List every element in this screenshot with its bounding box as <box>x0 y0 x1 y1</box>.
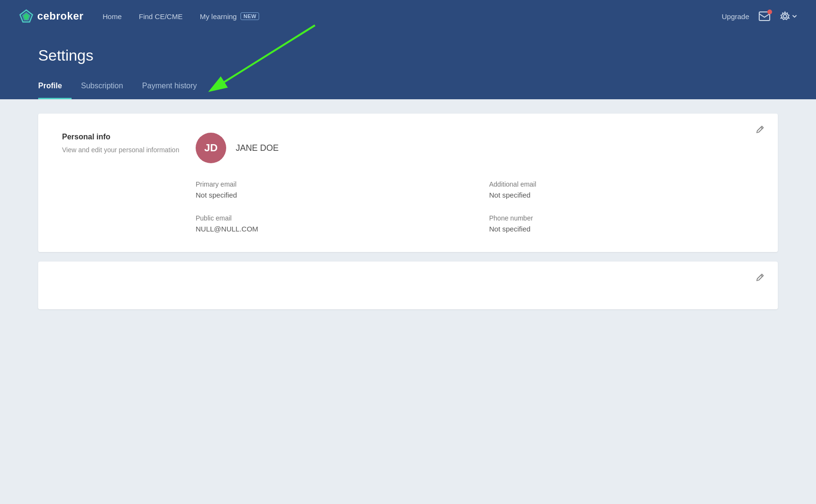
nav-home[interactable]: Home <box>103 12 122 21</box>
additional-email-label: Additional email <box>489 180 754 188</box>
second-card <box>38 262 778 309</box>
fields-grid: Primary email Not specified Additional e… <box>196 180 754 233</box>
gear-icon <box>780 11 790 21</box>
main-content: Personal info View and edit your persona… <box>0 99 816 481</box>
new-badge: NEW <box>241 12 259 20</box>
primary-email-label: Primary email <box>196 180 460 188</box>
settings-header: Settings Profile Subscription Payment hi… <box>0 32 816 99</box>
edit-personal-info-button[interactable] <box>756 125 764 136</box>
personal-info-left: Personal info View and edit your persona… <box>62 133 196 233</box>
mail-button[interactable] <box>759 11 770 21</box>
user-name: JANE DOE <box>236 143 279 153</box>
tab-payment-history[interactable]: Payment history <box>142 78 207 99</box>
mail-notification-badge <box>767 10 772 14</box>
edit-second-card-button[interactable] <box>756 273 764 284</box>
pencil-icon <box>756 125 764 134</box>
svg-line-8 <box>761 275 763 277</box>
settings-tabs: Profile Subscription Payment history <box>38 78 778 99</box>
personal-info-desc: View and edit your personal information <box>62 145 196 155</box>
additional-email-value: Not specified <box>489 191 754 199</box>
nav-right: Upgrade <box>722 11 797 21</box>
user-info-row: JD JANE DOE <box>196 133 754 163</box>
avatar: JD <box>196 133 226 163</box>
page-title: Settings <box>38 47 778 64</box>
logo-text: cebroker <box>37 10 84 22</box>
public-email-label: Public email <box>196 214 460 222</box>
phone-number-field: Phone number Not specified <box>489 214 754 233</box>
navbar: cebroker Home Find CE/CME My learning NE… <box>0 0 816 32</box>
primary-email-field: Primary email Not specified <box>196 180 460 199</box>
logo-icon <box>19 9 33 23</box>
phone-number-value: Not specified <box>489 225 754 233</box>
personal-info-title: Personal info <box>62 133 196 141</box>
public-email-field: Public email NULL@NULL.COM <box>196 214 460 233</box>
personal-info-layout: Personal info View and edit your persona… <box>62 133 754 233</box>
public-email-value: NULL@NULL.COM <box>196 225 460 233</box>
upgrade-link[interactable]: Upgrade <box>722 12 749 21</box>
personal-info-right: JD JANE DOE Primary email Not specified … <box>196 133 754 233</box>
nav-my-learning[interactable]: My learning NEW <box>200 12 260 21</box>
phone-number-label: Phone number <box>489 214 754 222</box>
pencil-icon-2 <box>756 273 764 282</box>
additional-email-field: Additional email Not specified <box>489 180 754 199</box>
nav-links: Home Find CE/CME My learning NEW <box>103 12 722 21</box>
nav-find-ce[interactable]: Find CE/CME <box>139 12 183 21</box>
primary-email-value: Not specified <box>196 191 460 199</box>
personal-info-card: Personal info View and edit your persona… <box>38 114 778 252</box>
svg-point-4 <box>784 15 787 18</box>
svg-line-7 <box>761 127 763 129</box>
logo[interactable]: cebroker <box>19 9 84 23</box>
tab-profile[interactable]: Profile <box>38 78 72 99</box>
chevron-down-icon <box>792 15 797 18</box>
settings-dropdown[interactable] <box>780 11 797 21</box>
tab-subscription[interactable]: Subscription <box>81 78 133 99</box>
